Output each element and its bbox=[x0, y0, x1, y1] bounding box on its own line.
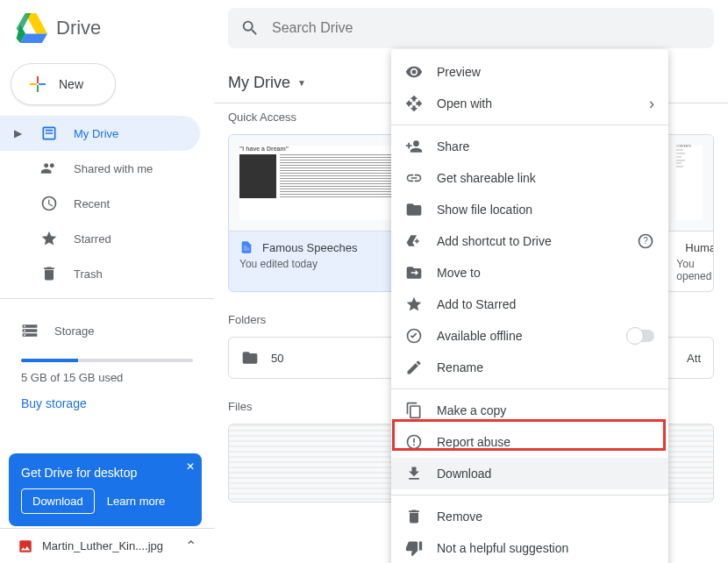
card-subtitle: You edited today bbox=[239, 258, 394, 270]
logo-area[interactable]: Drive bbox=[14, 11, 228, 45]
sidebar-item-starred[interactable]: Starred bbox=[0, 221, 200, 256]
file-card[interactable] bbox=[228, 424, 405, 502]
buy-storage-link[interactable]: Buy storage bbox=[21, 396, 193, 410]
ctx-rename[interactable]: Rename bbox=[391, 352, 668, 383]
trash-icon bbox=[40, 265, 58, 282]
sidebar-item-storage[interactable]: Storage bbox=[21, 313, 193, 348]
thumb-down-icon bbox=[405, 539, 423, 557]
storage-text: 5 GB of 15 GB used bbox=[21, 371, 193, 384]
ctx-get-link[interactable]: Get shareable link bbox=[391, 162, 668, 194]
ctx-show-location[interactable]: Show file location bbox=[391, 194, 668, 225]
image-file-icon bbox=[18, 538, 33, 554]
eye-icon bbox=[405, 63, 423, 81]
copy-icon bbox=[405, 402, 423, 419]
sidebar-item-recent[interactable]: Recent bbox=[0, 186, 200, 221]
folder-card[interactable]: 50 bbox=[228, 337, 404, 379]
nav-label: My Drive bbox=[74, 127, 118, 140]
ctx-share[interactable]: Share bbox=[391, 131, 668, 162]
sidebar: New ▶ My Drive Shared with me Recent Sta… bbox=[0, 56, 214, 563]
nav-label: Trash bbox=[74, 267, 103, 281]
header: Drive bbox=[0, 0, 728, 56]
promo-card: ✕ Get Drive for desktop Download Learn m… bbox=[9, 453, 202, 526]
folder-card[interactable]: Att bbox=[661, 337, 714, 379]
preview-title: "I have a Dream" bbox=[239, 146, 394, 153]
sidebar-item-shared[interactable]: Shared with me bbox=[0, 151, 200, 186]
card-title: Huma bbox=[685, 241, 714, 254]
context-menu: Preview Open with › Share Get shareable … bbox=[391, 49, 668, 563]
plus-icon bbox=[27, 74, 48, 95]
ctx-report[interactable]: Report abuse bbox=[391, 426, 668, 458]
chevron-down-icon: ▼ bbox=[297, 78, 306, 88]
open-with-icon bbox=[405, 95, 423, 112]
ctx-offline[interactable]: Available offline bbox=[391, 320, 668, 352]
link-icon bbox=[405, 169, 423, 187]
ctx-remove[interactable]: Remove bbox=[391, 501, 668, 532]
drive-add-icon bbox=[405, 232, 423, 250]
promo-title: Get Drive for desktop bbox=[21, 466, 189, 480]
folder-icon bbox=[241, 349, 259, 367]
ctx-copy[interactable]: Make a copy bbox=[391, 395, 668, 426]
folder-icon bbox=[405, 201, 423, 218]
move-icon bbox=[405, 264, 423, 282]
card-subtitle: You opened bbox=[676, 258, 703, 282]
shared-icon bbox=[40, 160, 58, 177]
ctx-star[interactable]: Add to Starred bbox=[391, 289, 668, 320]
upload-bar[interactable]: Martin_Luther_Kin....jpg ⌃ bbox=[0, 528, 214, 563]
my-drive-icon bbox=[40, 125, 58, 142]
card-title: Famous Speeches bbox=[262, 241, 357, 254]
person-add-icon bbox=[405, 138, 423, 155]
pencil-icon bbox=[405, 359, 423, 376]
svg-text:?: ? bbox=[643, 236, 648, 246]
offline-icon bbox=[405, 327, 423, 345]
storage-section: Storage 5 GB of 15 GB used Buy storage bbox=[0, 306, 214, 417]
ctx-move-to[interactable]: Move to bbox=[391, 257, 668, 289]
folder-name: Att bbox=[687, 352, 701, 365]
ctx-preview[interactable]: Preview bbox=[391, 56, 668, 88]
new-label: New bbox=[59, 77, 83, 91]
storage-icon bbox=[21, 322, 39, 339]
sidebar-item-my-drive[interactable]: ▶ My Drive bbox=[0, 116, 200, 151]
docs-icon bbox=[239, 240, 253, 254]
ctx-not-helpful[interactable]: Not a helpful suggestion bbox=[391, 532, 668, 563]
star-icon bbox=[40, 230, 58, 247]
storage-label: Storage bbox=[54, 324, 95, 338]
upload-filename: Martin_Luther_Kin....jpg bbox=[42, 539, 163, 552]
drive-logo-icon bbox=[14, 11, 47, 45]
star-outline-icon bbox=[405, 296, 423, 313]
download-icon bbox=[405, 465, 423, 482]
quick-access-card[interactable]: "I have a Dream" Famous Speeches You edi… bbox=[228, 134, 405, 292]
chevron-right-icon: › bbox=[649, 95, 654, 113]
nav-label: Starred bbox=[74, 232, 111, 246]
file-card[interactable] bbox=[665, 424, 714, 502]
ctx-open-with[interactable]: Open with › bbox=[391, 88, 668, 119]
promo-download-button[interactable]: Download bbox=[21, 488, 95, 514]
search-input[interactable] bbox=[272, 20, 702, 36]
promo-learn-link[interactable]: Learn more bbox=[107, 495, 165, 508]
help-icon[interactable]: ? bbox=[637, 232, 654, 250]
app-name: Drive bbox=[56, 17, 101, 39]
offline-toggle[interactable] bbox=[628, 330, 654, 342]
search-icon bbox=[240, 18, 260, 38]
sidebar-item-trash[interactable]: Trash bbox=[0, 256, 200, 291]
trash-icon bbox=[405, 508, 423, 525]
new-button[interactable]: New bbox=[11, 63, 116, 105]
nav-label: Recent bbox=[74, 197, 110, 210]
ctx-add-shortcut[interactable]: Add shortcut to Drive ? bbox=[391, 225, 668, 257]
chevron-up-icon[interactable]: ⌃ bbox=[185, 538, 196, 554]
nav-label: Shared with me bbox=[74, 162, 153, 175]
storage-bar bbox=[21, 359, 193, 362]
recent-icon bbox=[40, 195, 58, 212]
ctx-download[interactable]: Download bbox=[391, 458, 668, 489]
close-icon[interactable]: ✕ bbox=[186, 460, 195, 473]
report-icon bbox=[405, 433, 423, 451]
chevron-right-icon: ▶ bbox=[14, 127, 25, 139]
folder-name: 50 bbox=[271, 352, 283, 365]
card-thumbnail: "I have a Dream" bbox=[229, 135, 404, 232]
card-thumbnail: CONTENTS━━━━━━━━━━━━━━━━━━━━━━━━ bbox=[666, 135, 713, 232]
quick-access-card[interactable]: CONTENTS━━━━━━━━━━━━━━━━━━━━━━━━ W Huma … bbox=[665, 134, 714, 292]
search-bar[interactable] bbox=[228, 8, 714, 48]
breadcrumb-title: My Drive bbox=[228, 74, 290, 92]
